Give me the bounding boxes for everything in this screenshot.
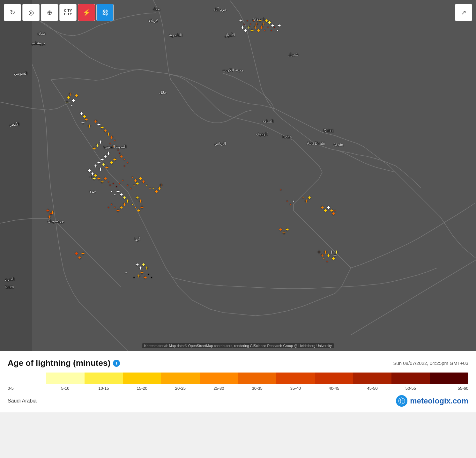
legend-title-row: Age of lightning (minutes) i Sun 08/07/2… <box>8 358 468 368</box>
attribution: Kartenmaterial: Map data © OpenStreetMap… <box>142 343 334 348</box>
legend-section: Age of lightning (minutes) i Sun 08/07/2… <box>0 351 476 412</box>
legend-segment <box>200 373 238 384</box>
svg-rect-1 <box>0 0 32 351</box>
legend-labels: 0-55-1010-1515-2020-2525-3030-3535-4040-… <box>8 386 468 391</box>
legend-label: 35-40 <box>276 386 315 391</box>
legend-label: 45-50 <box>353 386 391 391</box>
legend-segment <box>46 373 84 384</box>
legend-segment <box>8 373 46 384</box>
legend-label: 0-5 <box>8 386 46 391</box>
legend-segment <box>238 373 276 384</box>
share-icon: ↗ <box>461 9 466 16</box>
legend-label: 40-45 <box>315 386 353 391</box>
brand-name: meteologix.com <box>410 396 468 405</box>
lightning-icon: ⚡ <box>83 9 91 16</box>
zoom-button[interactable]: ⊕ <box>41 4 58 21</box>
location-button[interactable]: ◎ <box>22 4 40 21</box>
share-button[interactable]: ↗ <box>455 4 472 21</box>
legend-segment <box>123 373 161 384</box>
lightning-button[interactable]: ⚡ <box>78 4 95 21</box>
city-label-line2: CITY <box>64 12 72 16</box>
legend-date: Sun 08/07/2022, 04:25pm GMT+03 <box>393 360 468 366</box>
brand-icon <box>396 395 407 407</box>
legend-label: 30-35 <box>238 386 276 391</box>
legend-label: 25-30 <box>200 386 238 391</box>
legend-segment <box>161 373 199 384</box>
location-icon: ◎ <box>28 9 34 16</box>
map-container: عمانيروشليمالسويسبغدادكربلاءالناصريةخرم … <box>0 0 476 351</box>
svg-rect-0 <box>0 0 476 351</box>
region-label: Saudi Arabia <box>8 398 37 404</box>
legend-label: 50-55 <box>391 386 430 391</box>
legend-label: 20-25 <box>161 386 199 391</box>
legend-title-text: Age of lightning (minutes) <box>8 358 110 368</box>
info-icon[interactable]: i <box>113 360 120 367</box>
legend-segment <box>353 373 391 384</box>
refresh-icon: ↻ <box>10 9 15 16</box>
legend-bar <box>8 373 468 384</box>
legend-title: Age of lightning (minutes) i <box>8 358 120 368</box>
legend-segment <box>315 373 353 384</box>
legend-label: 15-20 <box>123 386 161 391</box>
refresh-button[interactable]: ↻ <box>4 4 21 21</box>
legend-segment <box>85 373 123 384</box>
brand-logo[interactable]: meteologix.com <box>396 395 468 407</box>
legend-segment <box>391 373 430 384</box>
city-button[interactable]: CITY CITY <box>59 4 77 21</box>
footer-row: Saudi Arabia meteologix.com <box>8 395 468 407</box>
zoom-icon: ⊕ <box>47 9 52 16</box>
legend-segment <box>276 373 315 384</box>
toolbar: ↻ ◎ ⊕ CITY CITY ⚡ ⛓ <box>4 4 114 21</box>
legend-label: 10-15 <box>85 386 123 391</box>
layers-button[interactable]: ⛓ <box>96 4 114 21</box>
map-svg <box>0 0 476 351</box>
layers-icon: ⛓ <box>102 9 108 16</box>
legend-label: 5-10 <box>46 386 84 391</box>
legend-label: 55-60 <box>430 386 468 391</box>
legend-segment <box>430 373 468 384</box>
